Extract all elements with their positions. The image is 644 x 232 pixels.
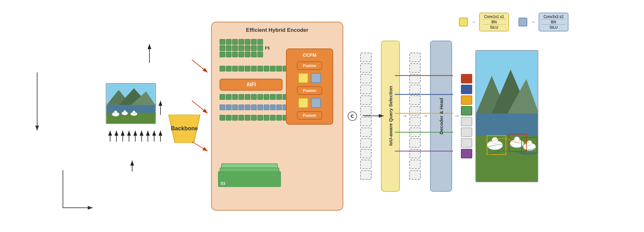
dashed-cell-2-1 xyxy=(409,53,421,62)
input-section xyxy=(106,83,156,124)
out-cell-blue xyxy=(461,85,472,94)
blue-legend-line3: SiLU xyxy=(542,24,565,30)
output-features xyxy=(461,74,472,158)
circle-c-section: C xyxy=(348,111,357,121)
dashed-cell-2-9 xyxy=(409,138,421,148)
dashed-cell-9 xyxy=(360,138,372,148)
aifi-box: AIFI xyxy=(220,79,283,91)
yellow-legend-group: → Conv1x1 s1 BN SiLU xyxy=(459,13,509,31)
yellow-legend-line2: BN xyxy=(482,19,506,24)
svg-point-50 xyxy=(114,110,117,114)
encoder-title: Efficient Hybrid Encoder xyxy=(216,27,338,33)
backbone-section: Backbone xyxy=(164,115,205,143)
sq-row-1 xyxy=(290,73,329,83)
sq-row-2 xyxy=(290,98,329,108)
s3-label: S3 xyxy=(221,181,225,186)
dashed-cell-2-2 xyxy=(409,63,421,73)
arrow-to-iou: → xyxy=(373,113,379,119)
dashed-col-2 xyxy=(409,53,421,180)
encoder-box: Efficient Hybrid Encoder xyxy=(211,22,343,211)
blue-arrow-icon: → xyxy=(530,19,535,25)
yellow-legend-line3: SiLU xyxy=(482,24,506,30)
out-cell-red xyxy=(461,74,472,83)
output-svg xyxy=(476,51,538,182)
arrow-to-output: → xyxy=(454,113,460,119)
f5-row: F5 xyxy=(220,39,270,57)
dashed-cell-7 xyxy=(360,117,372,126)
fusion-1-row: Fusion xyxy=(290,60,329,71)
encoder-inner: F5 AIFI xyxy=(216,36,338,206)
s3-layer: S3 xyxy=(218,171,281,187)
dashed-cell-2-4 xyxy=(409,85,421,94)
dashed-cell-1 xyxy=(360,53,372,62)
output-image xyxy=(475,50,538,182)
dashed-cell-11 xyxy=(360,160,372,169)
input-image xyxy=(106,83,156,124)
out-cell-yellow xyxy=(461,95,472,105)
feat-row-1 xyxy=(220,66,288,71)
dashed-cell-2-3 xyxy=(409,74,421,83)
dashed-cell-2-10 xyxy=(409,149,421,158)
blue-legend-box: Conv3x3 s2 BN SiLU xyxy=(539,13,568,31)
yellow-legend-line1: Conv1x1 s1 xyxy=(482,14,506,19)
svg-line-12 xyxy=(192,142,208,151)
decoder-box: Decoder & Head xyxy=(430,41,452,192)
dashed-cell-2 xyxy=(360,63,372,73)
dashed-cell-12 xyxy=(360,170,372,180)
yellow-sq-2 xyxy=(298,98,308,108)
feat-row-3 xyxy=(220,115,288,121)
legend-area: → Conv1x1 s1 BN SiLU → Conv3x3 s2 BN SiL… xyxy=(459,13,568,31)
arrow-icon: → xyxy=(471,19,476,25)
yellow-legend-box: Conv1x1 s1 BN SiLU xyxy=(479,13,509,31)
ccfm-title: CCFM xyxy=(290,52,329,58)
svg-line-10 xyxy=(192,60,208,72)
iou-label: IoU-aware Query Selection xyxy=(388,86,393,146)
dashed-cell-5 xyxy=(360,95,372,105)
dashed-cell-4 xyxy=(360,85,372,94)
dashed-cell-6 xyxy=(360,106,372,116)
blue-sq-1 xyxy=(311,73,321,83)
blue-legend-icon xyxy=(518,18,527,26)
dashed-cell-8 xyxy=(360,127,372,137)
blue-legend-group: → Conv3x3 s2 BN SiLU xyxy=(518,13,568,31)
dashed-cell-2-6 xyxy=(409,106,421,116)
dashed-cell-3 xyxy=(360,74,372,83)
fusion-2-row: Fusion xyxy=(290,85,329,96)
svg-point-54 xyxy=(132,110,135,113)
dashed-cell-2-12 xyxy=(409,170,421,180)
fusion-3-btn: Fusion xyxy=(297,111,322,120)
fusion-1-btn: Fusion xyxy=(297,61,322,70)
circle-c: C xyxy=(348,111,357,121)
blue-legend-line2: BN xyxy=(542,19,565,24)
f5-grid xyxy=(220,39,263,57)
out-cell-gray-1 xyxy=(461,117,472,126)
f5-label: F5 xyxy=(265,46,270,50)
backbone-text: Backbone xyxy=(171,125,198,132)
decoder-label: Decoder & Head xyxy=(439,98,444,134)
svg-line-11 xyxy=(192,101,208,113)
out-cell-gray-2 xyxy=(461,127,472,137)
arrow-to-dashed: → xyxy=(402,113,407,119)
iou-box: IoU-aware Query Selection xyxy=(381,41,400,192)
blue-sq-2 xyxy=(311,98,321,108)
feat-row-2 xyxy=(220,94,288,100)
ccfm-box: CCFM Fusion Fusion xyxy=(286,48,333,125)
diagram-container: Backbone Efficient Hybrid Encoder xyxy=(0,0,644,232)
yellow-sq-1 xyxy=(298,73,308,83)
dashed-col-1 xyxy=(360,53,372,180)
svg-point-52 xyxy=(124,110,126,113)
svg-point-67 xyxy=(527,140,532,145)
out-cell-green xyxy=(461,106,472,116)
out-cell-purple xyxy=(461,149,472,158)
input-landscape-svg xyxy=(106,84,155,123)
fusion-3-row: Fusion xyxy=(290,110,329,121)
arrow-to-decoder: → xyxy=(423,113,428,119)
dashed-cell-10 xyxy=(360,149,372,158)
blue-legend-line1: Conv3x3 s2 xyxy=(542,14,565,19)
out-cell-gray-3 xyxy=(461,138,472,148)
backbone-trapezoid: Backbone xyxy=(164,115,205,143)
stacked-features: S5 S4 S3 xyxy=(220,156,283,187)
svg-point-65 xyxy=(514,137,520,142)
fusion-2-btn: Fusion xyxy=(297,86,322,95)
yellow-legend-icon xyxy=(459,18,468,26)
